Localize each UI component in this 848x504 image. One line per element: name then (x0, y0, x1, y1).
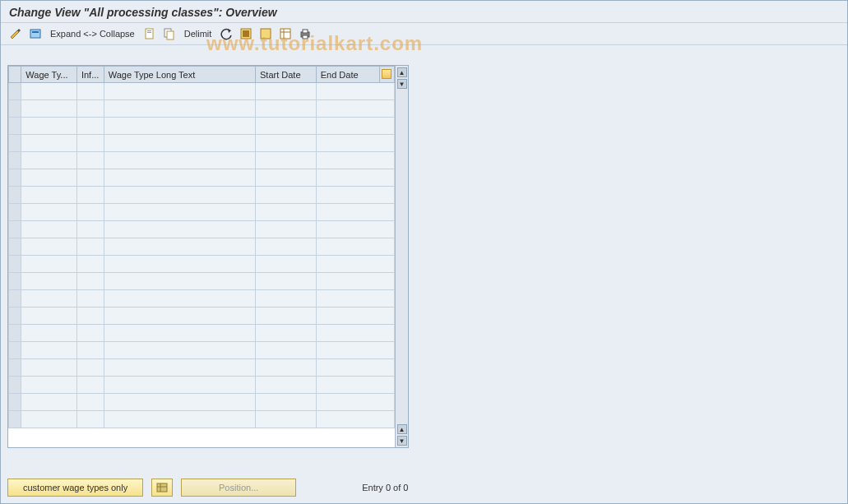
cell-inf[interactable] (76, 342, 104, 359)
cell-inf[interactable] (76, 273, 104, 290)
table-row[interactable] (9, 377, 395, 394)
cell-end-date[interactable] (316, 204, 394, 221)
table-row[interactable] (9, 100, 395, 118)
cell-start-date[interactable] (256, 187, 317, 204)
table-row[interactable] (9, 169, 395, 187)
table-row[interactable] (9, 411, 395, 428)
cell-start-date[interactable] (256, 273, 317, 290)
cell-inf[interactable] (76, 169, 104, 187)
cell-start-date[interactable] (256, 221, 317, 238)
cell-start-date[interactable] (256, 83, 317, 100)
cell-start-date[interactable] (256, 290, 317, 307)
cell-wage-type[interactable] (21, 152, 77, 169)
row-selector[interactable] (9, 307, 21, 325)
cell-end-date[interactable] (316, 342, 394, 359)
cell-start-date[interactable] (256, 411, 317, 428)
undo-icon[interactable] (218, 25, 234, 42)
cell-long-text[interactable] (104, 290, 255, 307)
cell-end-date[interactable] (316, 256, 394, 273)
cell-end-date[interactable] (316, 325, 394, 342)
table-row[interactable] (9, 118, 395, 135)
cell-inf[interactable] (76, 238, 104, 256)
cell-long-text[interactable] (104, 342, 255, 359)
cell-wage-type[interactable] (21, 221, 77, 238)
cell-end-date[interactable] (316, 238, 394, 256)
cell-end-date[interactable] (316, 273, 394, 290)
cell-start-date[interactable] (256, 118, 317, 135)
cell-long-text[interactable] (104, 411, 255, 428)
table-row[interactable] (9, 359, 395, 377)
cell-wage-type[interactable] (21, 187, 77, 204)
table-row[interactable] (9, 307, 395, 325)
cell-inf[interactable] (76, 256, 104, 273)
cell-long-text[interactable] (104, 83, 255, 100)
cell-start-date[interactable] (256, 256, 317, 273)
cell-end-date[interactable] (316, 152, 394, 169)
cell-inf[interactable] (76, 221, 104, 238)
row-selector[interactable] (9, 342, 21, 359)
cell-inf[interactable] (76, 152, 104, 169)
cell-wage-type[interactable] (21, 118, 77, 135)
table-row[interactable] (9, 83, 395, 100)
table-row[interactable] (9, 204, 395, 221)
column-end-date[interactable]: End Date (316, 67, 379, 83)
row-selector[interactable] (9, 359, 21, 377)
toggle-display-change-icon[interactable] (7, 25, 24, 42)
table-row[interactable] (9, 394, 395, 411)
expand-collapse-button[interactable]: Expand <-> Collapse (47, 29, 138, 39)
cell-long-text[interactable] (104, 152, 255, 169)
table-row[interactable] (9, 325, 395, 342)
cell-start-date[interactable] (256, 169, 317, 187)
row-selector[interactable] (9, 221, 21, 238)
cell-long-text[interactable] (104, 325, 255, 342)
vertical-scrollbar[interactable]: ▲ ▼ ▲ ▼ (395, 66, 408, 447)
cell-wage-type[interactable] (21, 411, 77, 428)
cell-start-date[interactable] (256, 307, 317, 325)
column-wage-type[interactable]: Wage Ty... (21, 67, 77, 83)
cell-wage-type[interactable] (21, 256, 77, 273)
table-row[interactable] (9, 290, 395, 307)
cell-wage-type[interactable] (21, 83, 77, 100)
scroll-up-icon[interactable]: ▲ (397, 67, 407, 77)
cell-start-date[interactable] (256, 342, 317, 359)
cell-long-text[interactable] (104, 377, 255, 394)
scroll-down-bottom-icon[interactable]: ▼ (397, 436, 407, 446)
cell-long-text[interactable] (104, 187, 255, 204)
row-selector[interactable] (9, 273, 21, 290)
cell-start-date[interactable] (256, 359, 317, 377)
cell-inf[interactable] (76, 204, 104, 221)
row-selector[interactable] (9, 135, 21, 152)
deselect-all-icon[interactable] (257, 25, 274, 42)
cell-inf[interactable] (76, 118, 104, 135)
column-start-date[interactable]: Start Date (256, 67, 317, 83)
cell-end-date[interactable] (316, 83, 394, 100)
cell-long-text[interactable] (104, 204, 255, 221)
row-selector[interactable] (9, 152, 21, 169)
cell-inf[interactable] (76, 100, 104, 118)
cell-start-date[interactable] (256, 135, 317, 152)
cell-start-date[interactable] (256, 325, 317, 342)
table-row[interactable] (9, 238, 395, 256)
table-settings-icon[interactable] (277, 25, 294, 42)
scroll-up-bottom-icon[interactable]: ▲ (397, 424, 407, 434)
cell-inf[interactable] (76, 135, 104, 152)
row-selector[interactable] (9, 394, 21, 411)
cell-wage-type[interactable] (21, 238, 77, 256)
cell-end-date[interactable] (316, 169, 394, 187)
new-entries-icon[interactable] (141, 25, 158, 42)
cell-inf[interactable] (76, 359, 104, 377)
customer-wage-types-button[interactable]: customer wage types only (7, 479, 143, 497)
row-selector[interactable] (9, 187, 21, 204)
row-selector[interactable] (9, 377, 21, 394)
row-selector[interactable] (9, 256, 21, 273)
cell-start-date[interactable] (256, 100, 317, 118)
cell-inf[interactable] (76, 411, 104, 428)
cell-inf[interactable] (76, 187, 104, 204)
cell-end-date[interactable] (316, 359, 394, 377)
cell-wage-type[interactable] (21, 290, 77, 307)
cell-end-date[interactable] (316, 135, 394, 152)
cell-long-text[interactable] (104, 394, 255, 411)
cell-end-date[interactable] (316, 100, 394, 118)
row-selector[interactable] (9, 100, 21, 118)
cell-wage-type[interactable] (21, 169, 77, 187)
